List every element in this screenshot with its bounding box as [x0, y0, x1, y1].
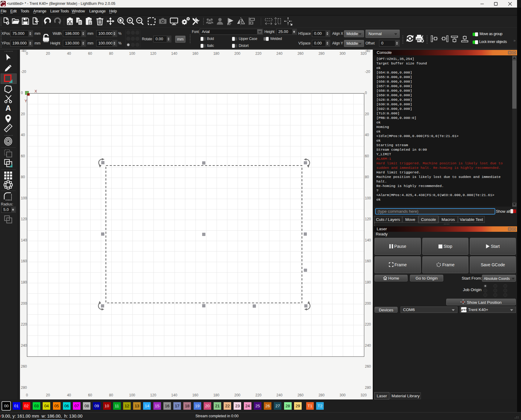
svg-text:X: X — [34, 89, 37, 94]
svg-text:Y: Y — [25, 99, 27, 103]
